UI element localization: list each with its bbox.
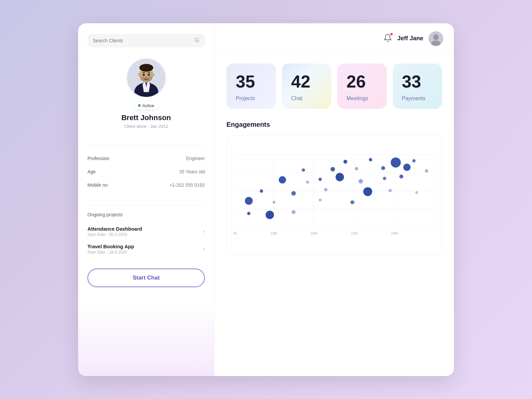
svg-point-48 bbox=[291, 191, 296, 195]
svg-point-50 bbox=[363, 187, 372, 196]
svg-point-12 bbox=[138, 73, 141, 76]
engagements-title: Engagements bbox=[226, 121, 442, 128]
stat-card-projects: 35 Projects bbox=[226, 64, 276, 109]
svg-point-15 bbox=[148, 74, 150, 76]
svg-point-17 bbox=[433, 34, 439, 40]
stat-label-meetings: Meetings bbox=[346, 96, 377, 101]
search-bar[interactable] bbox=[87, 34, 205, 47]
age-label: Age bbox=[87, 169, 96, 174]
content-area: 35 Projects 42 Chat 26 Meetings 33 Payme… bbox=[214, 54, 454, 376]
svg-line-1 bbox=[198, 41, 199, 42]
age-value: 35 Years old bbox=[179, 169, 205, 174]
chevron-right-icon-2: › bbox=[203, 246, 205, 252]
search-input[interactable] bbox=[93, 38, 192, 43]
svg-point-52 bbox=[415, 191, 418, 194]
stat-number-projects: 35 bbox=[236, 73, 267, 90]
svg-point-45 bbox=[383, 177, 386, 180]
info-row-profession: Profession Engineer bbox=[87, 152, 205, 165]
engagements-chart: 12th 15th 18th 21th 24th bbox=[233, 142, 435, 251]
divider-2 bbox=[87, 205, 205, 205]
client-avatar bbox=[126, 58, 166, 98]
client-name: Brett Johnson bbox=[121, 113, 171, 122]
svg-point-38 bbox=[403, 163, 411, 171]
svg-text:15th: 15th bbox=[270, 231, 277, 235]
mobile-value: +1-202 555 0192 bbox=[170, 182, 205, 188]
svg-point-32 bbox=[391, 157, 401, 167]
svg-point-51 bbox=[388, 189, 392, 192]
stat-number-meetings: 26 bbox=[346, 73, 377, 90]
project-date-1: Start Date - 05-3-2020 bbox=[87, 232, 142, 237]
svg-point-33 bbox=[412, 159, 416, 162]
top-bar: Jeff Jane bbox=[214, 23, 454, 54]
ongoing-projects-label: Ongoing projects bbox=[87, 212, 205, 217]
main-card: Active Brett Johnson Client since - Jan … bbox=[78, 23, 454, 376]
engagements-section: Engagements bbox=[226, 121, 442, 255]
svg-point-43 bbox=[335, 173, 344, 181]
svg-point-55 bbox=[319, 198, 322, 201]
stat-number-chat: 42 bbox=[291, 73, 322, 90]
divider-1 bbox=[87, 145, 205, 145]
stat-card-payments: 33 Payments bbox=[393, 64, 442, 109]
stat-cards: 35 Projects 42 Chat 26 Meetings 33 Payme… bbox=[226, 64, 442, 109]
stat-label-projects: Projects bbox=[236, 96, 267, 101]
info-row-mobile: Mobile no +1-202 555 0192 bbox=[87, 178, 205, 192]
svg-point-41 bbox=[306, 181, 309, 183]
svg-point-59 bbox=[292, 210, 296, 214]
svg-text:21th: 21th bbox=[351, 231, 358, 235]
info-row-age: Age 35 Years old bbox=[87, 165, 205, 178]
svg-point-47 bbox=[260, 189, 263, 193]
svg-point-39 bbox=[425, 169, 428, 172]
svg-point-57 bbox=[247, 212, 250, 215]
svg-point-49 bbox=[324, 188, 328, 191]
stat-label-chat: Chat bbox=[291, 96, 322, 101]
svg-point-58 bbox=[266, 211, 274, 219]
svg-point-31 bbox=[369, 158, 372, 161]
stat-number-payments: 33 bbox=[402, 73, 433, 90]
svg-point-40 bbox=[279, 176, 286, 183]
notification-icon[interactable] bbox=[383, 34, 392, 44]
svg-point-14 bbox=[143, 74, 145, 76]
profession-value: Engineer bbox=[186, 156, 205, 161]
header-user-name: Jeff Jane bbox=[397, 35, 423, 42]
svg-point-44 bbox=[358, 179, 363, 183]
project-title-1: Attendance Dashboard bbox=[87, 226, 142, 232]
svg-point-36 bbox=[355, 167, 358, 170]
info-table: Profession Engineer Age 35 Years old Mob… bbox=[87, 152, 205, 192]
status-label: Active bbox=[142, 103, 154, 108]
profile-section: Active Brett Johnson Client since - Jan … bbox=[87, 58, 205, 129]
project-item-1[interactable]: Attendance Dashboard Start Date - 05-3-2… bbox=[87, 223, 205, 240]
search-icon bbox=[194, 37, 200, 44]
status-dot bbox=[138, 104, 141, 107]
sidebar: Active Brett Johnson Client since - Jan … bbox=[78, 23, 214, 376]
svg-point-42 bbox=[319, 177, 322, 181]
svg-point-56 bbox=[350, 200, 354, 204]
svg-point-37 bbox=[381, 166, 385, 170]
svg-point-53 bbox=[245, 197, 253, 205]
project-title-2: Travel Booking App bbox=[87, 244, 134, 249]
mobile-label: Mobile no bbox=[87, 182, 108, 188]
client-since: Client since - Jan 2012 bbox=[124, 124, 168, 129]
svg-point-13 bbox=[152, 73, 155, 76]
project-item-2[interactable]: Travel Booking App Start Date - 18-6-202… bbox=[87, 240, 205, 258]
chart-container: 12th 15th 18th 21th 24th bbox=[226, 135, 442, 255]
stat-card-chat: 42 Chat bbox=[282, 64, 332, 109]
chevron-right-icon-1: › bbox=[203, 228, 205, 234]
notification-badge bbox=[390, 33, 393, 36]
status-badge: Active bbox=[134, 102, 158, 109]
svg-point-11 bbox=[140, 64, 152, 69]
svg-point-35 bbox=[331, 167, 335, 171]
stat-label-payments: Payments bbox=[402, 96, 433, 101]
main-panel: Jeff Jane 35 Projects 42 Chat bbox=[214, 23, 454, 376]
start-chat-button[interactable]: Start Chat bbox=[87, 269, 205, 287]
svg-point-46 bbox=[399, 174, 403, 178]
svg-point-54 bbox=[273, 201, 275, 203]
project-date-2: Start Date - 18-6-2020 bbox=[87, 250, 134, 255]
stat-card-meetings: 26 Meetings bbox=[337, 64, 387, 109]
svg-text:18th: 18th bbox=[311, 231, 318, 235]
svg-point-34 bbox=[302, 168, 305, 171]
svg-point-30 bbox=[343, 159, 347, 163]
svg-text:12th: 12th bbox=[233, 231, 237, 235]
user-avatar bbox=[429, 31, 443, 46]
profession-label: Profession bbox=[87, 156, 109, 161]
svg-text:24th: 24th bbox=[391, 231, 398, 235]
